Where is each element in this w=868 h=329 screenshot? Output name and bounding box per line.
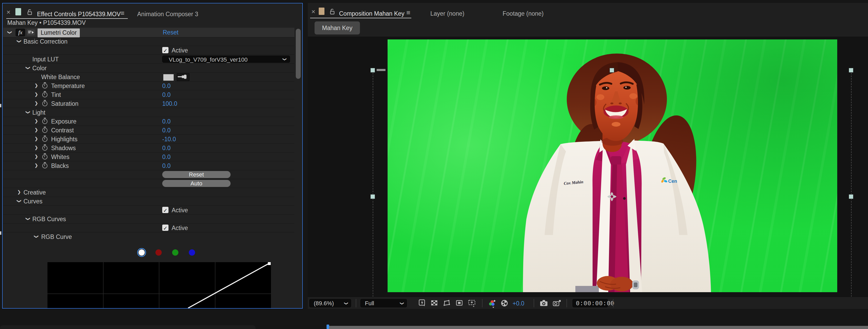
layer-handle-mid-right[interactable] <box>849 194 853 199</box>
layer-anchor-point[interactable] <box>607 192 617 202</box>
layer-handle-top-left[interactable] <box>371 68 375 72</box>
snapshot-camera-icon[interactable] <box>539 299 547 307</box>
panel-menu-icon[interactable]: ≡ <box>406 9 410 16</box>
panel-close-icon[interactable]: ✕ <box>6 10 11 15</box>
stopwatch-icon[interactable] <box>42 101 48 106</box>
active-checkbox[interactable]: ✓ <box>162 47 168 53</box>
effect-header-row[interactable]: ❯ fx Lumetri Color Reset <box>3 28 294 37</box>
timeline-playhead-marker[interactable] <box>327 325 329 329</box>
chevron-right-icon[interactable]: ❯ <box>34 128 39 133</box>
highlights-value[interactable]: -10.0 <box>162 136 176 143</box>
input-lut-dropdown[interactable]: VLog_to_V709_forV35_ver100 ❯ <box>162 56 290 63</box>
fast-preview-icon[interactable] <box>418 299 426 307</box>
section-curves[interactable]: ❯ Curves <box>3 197 294 206</box>
section-rgb-curve[interactable]: ❯ RGB Curve <box>3 232 294 241</box>
title-action-safe-icon[interactable] <box>455 299 463 307</box>
panel-group-swatch[interactable] <box>16 8 21 16</box>
exposure-value[interactable]: 0.0 <box>162 118 170 125</box>
chevron-right-icon[interactable]: ❯ <box>34 92 39 97</box>
exposure-readout[interactable]: +0.0 <box>513 300 524 307</box>
panel-close-icon[interactable]: ✕ <box>311 9 316 15</box>
timecode-display[interactable]: 0:00:00:00 <box>572 298 609 308</box>
grid-and-guides-icon[interactable] <box>468 299 475 307</box>
active-checkbox[interactable]: ✓ <box>162 224 168 231</box>
layer-handle-top-center[interactable] <box>610 68 614 72</box>
chevron-down-icon[interactable]: ❯ <box>7 30 12 35</box>
tab-footage[interactable]: Footage (none) <box>503 10 544 17</box>
row-contrast: ❯ Contrast 0.0 <box>3 126 294 135</box>
section-basic-correction[interactable]: ❯ Basic Correction <box>3 37 294 46</box>
chevron-down-icon[interactable]: ❯ <box>25 110 31 115</box>
tab-animation-composer[interactable]: Animation Composer 3 <box>137 11 198 18</box>
effect-reset-link[interactable]: Reset <box>163 29 178 36</box>
vertical-scrollbar[interactable] <box>296 29 301 79</box>
channel-red-dot[interactable] <box>155 249 162 256</box>
toolbar-divider <box>613 299 614 307</box>
chevron-right-icon[interactable]: ❯ <box>34 145 39 150</box>
row-temperature: ❯ Temperature 0.0 <box>3 81 294 90</box>
panel-group-swatch[interactable] <box>319 7 324 15</box>
temperature-value[interactable]: 0.0 <box>162 83 170 89</box>
section-creative[interactable]: ❯ Creative <box>3 188 294 197</box>
chevron-right-icon[interactable]: ❯ <box>34 136 39 141</box>
region-of-interest-icon[interactable] <box>443 299 451 307</box>
stopwatch-icon[interactable] <box>42 128 48 133</box>
chevron-down-icon[interactable]: ❯ <box>17 199 22 203</box>
chevron-right-icon[interactable]: ❯ <box>34 101 39 106</box>
composition-chip[interactable]: Mahan Key <box>314 21 360 34</box>
magnification-dropdown[interactable]: (89.6%) ❯ <box>309 298 351 308</box>
chevron-down-icon[interactable]: ❯ <box>17 39 22 44</box>
show-snapshot-icon[interactable] <box>552 299 560 307</box>
panel-menu-icon[interactable]: ≡ <box>121 10 124 17</box>
chevron-down-icon[interactable]: ❯ <box>25 65 31 70</box>
section-color[interactable]: ❯ Color <box>3 64 294 73</box>
chevron-right-icon[interactable]: ❯ <box>34 83 39 88</box>
auto-button[interactable]: Auto <box>162 180 230 187</box>
rgb-curve-graph[interactable] <box>48 262 271 308</box>
channel-green-dot[interactable] <box>172 249 178 256</box>
white-balance-color-swatch[interactable] <box>163 74 174 81</box>
chevron-down-icon[interactable]: ❯ <box>25 216 31 221</box>
chevron-right-icon[interactable]: ❯ <box>34 118 39 124</box>
stopwatch-icon[interactable] <box>42 154 48 160</box>
shadows-value[interactable]: 0.0 <box>162 145 170 152</box>
tab-effect-controls[interactable]: Effect Controls P1054339.MOV <box>37 11 121 18</box>
transparency-grid-icon[interactable] <box>430 299 438 307</box>
composition-viewer[interactable]: Cox Mahin Cen <box>308 36 868 297</box>
layer-handle-dash <box>377 69 385 71</box>
chevron-right-icon[interactable]: ❯ <box>34 163 39 168</box>
channel-master-dot[interactable] <box>138 249 145 256</box>
stopwatch-icon[interactable] <box>42 163 48 168</box>
chevron-right-icon[interactable]: ❯ <box>34 154 39 159</box>
whites-value[interactable]: 0.0 <box>162 154 170 161</box>
eyedropper-icon[interactable] <box>177 73 189 81</box>
active-checkbox[interactable]: ✓ <box>162 207 168 213</box>
reset-exposure-icon[interactable] <box>500 299 508 307</box>
timeline-panel-edge[interactable] <box>0 325 256 329</box>
stopwatch-icon[interactable] <box>42 119 48 124</box>
section-rgb-curves[interactable]: ❯ RGB Curves <box>3 215 294 223</box>
stopwatch-icon[interactable] <box>42 92 48 98</box>
contrast-value[interactable]: 0.0 <box>162 127 170 134</box>
tab-composition[interactable]: Composition Mahan Key <box>339 10 405 17</box>
chevron-down-icon[interactable]: ❯ <box>34 234 39 239</box>
channel-blue-dot[interactable] <box>189 249 195 256</box>
resolution-dropdown[interactable]: Full ❯ <box>360 298 407 308</box>
horizontal-scrollbar[interactable] <box>329 326 868 329</box>
show-channel-icon[interactable] <box>487 299 495 307</box>
unlock-icon[interactable] <box>27 9 33 17</box>
tab-layer[interactable]: Layer (none) <box>430 10 464 17</box>
stopwatch-icon[interactable] <box>42 83 48 88</box>
unlock-icon[interactable] <box>330 8 335 16</box>
layer-handle-mid-left[interactable] <box>371 194 375 199</box>
stopwatch-icon[interactable] <box>42 145 48 150</box>
effect-name-label[interactable]: Lumetri Color <box>37 28 80 37</box>
chevron-right-icon[interactable]: ❯ <box>17 190 21 195</box>
saturation-value[interactable]: 100.0 <box>162 100 177 107</box>
tint-value[interactable]: 0.0 <box>162 91 170 99</box>
blacks-value[interactable]: 0.0 <box>162 162 170 169</box>
layer-handle-top-right[interactable] <box>849 68 853 72</box>
reset-button[interactable]: Reset <box>162 171 230 178</box>
stopwatch-icon[interactable] <box>42 137 48 142</box>
section-light[interactable]: ❯ Light <box>3 108 294 117</box>
